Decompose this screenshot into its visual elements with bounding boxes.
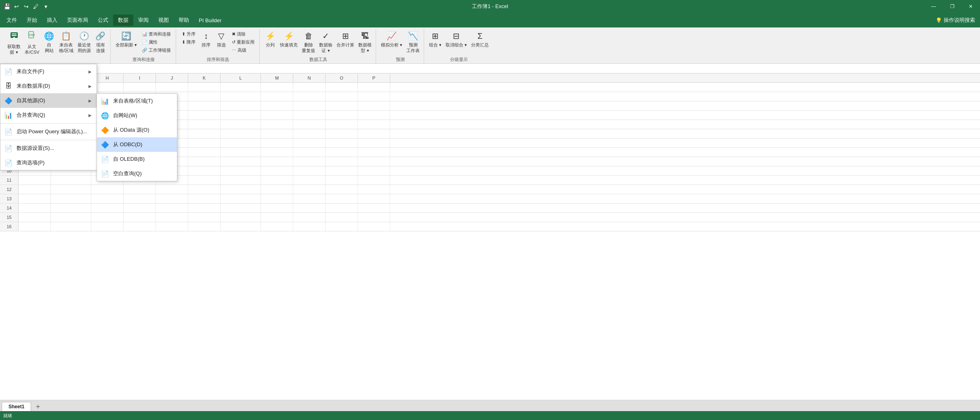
from-web-button[interactable]: 🌐 自 网站 xyxy=(42,30,57,56)
cell[interactable] xyxy=(358,101,390,110)
sort-az-button[interactable]: ⬆ 升序 xyxy=(179,30,198,38)
col-header-o[interactable]: O xyxy=(326,74,358,82)
cell[interactable] xyxy=(326,92,358,101)
recent-source-button[interactable]: 🕐 最近使 用的源 xyxy=(76,30,93,56)
cell[interactable] xyxy=(358,111,390,120)
menu-pi-builder[interactable]: PI Builder xyxy=(194,15,226,26)
cell[interactable] xyxy=(326,157,358,166)
menu-merge-query[interactable]: 📊 合并查询(Q) ▶ xyxy=(0,108,97,122)
cell[interactable] xyxy=(293,204,326,212)
cell[interactable] xyxy=(358,185,390,194)
menu-page-layout[interactable]: 页面布局 xyxy=(62,15,93,26)
save-icon[interactable]: 💾 xyxy=(3,3,11,10)
cell[interactable] xyxy=(261,139,293,147)
cell[interactable] xyxy=(358,194,390,203)
cell[interactable] xyxy=(51,222,91,231)
submenu-from-web[interactable]: 🌐 自网站(W) xyxy=(97,108,177,123)
cell[interactable] xyxy=(124,204,156,212)
cell[interactable] xyxy=(124,222,156,231)
submenu-blank-query[interactable]: 📄 空白查询(Q) xyxy=(97,166,177,181)
cell[interactable] xyxy=(221,222,261,231)
sort-za-button[interactable]: ⬇ 降序 xyxy=(179,38,198,46)
cell[interactable] xyxy=(261,120,293,129)
cell[interactable] xyxy=(188,83,221,92)
cell[interactable] xyxy=(188,120,221,129)
flash-fill-button[interactable]: ⚡ 快速填充 xyxy=(278,30,299,56)
cell[interactable] xyxy=(326,139,358,147)
query-connections-button[interactable]: 📊 查询和连接 xyxy=(139,30,173,38)
row-header[interactable]: 12 xyxy=(0,185,19,194)
cell[interactable] xyxy=(358,213,390,222)
cell[interactable] xyxy=(326,185,358,194)
cell[interactable] xyxy=(19,176,51,185)
col-header-n[interactable]: N xyxy=(293,74,326,82)
cell[interactable] xyxy=(261,148,293,157)
cell[interactable] xyxy=(188,92,221,101)
cell[interactable] xyxy=(261,213,293,222)
cell[interactable] xyxy=(358,129,390,138)
cell[interactable] xyxy=(221,111,261,120)
menu-file[interactable]: 文件 xyxy=(2,15,22,26)
cell[interactable] xyxy=(19,213,51,222)
cell[interactable] xyxy=(358,157,390,166)
edit-links-button[interactable]: 🔗 工作簿链接 xyxy=(139,46,173,54)
cell[interactable] xyxy=(221,83,261,92)
filter-button[interactable]: ▽ 筛选 xyxy=(214,30,229,56)
cell[interactable] xyxy=(51,194,91,203)
cell[interactable] xyxy=(261,129,293,138)
cell[interactable] xyxy=(188,157,221,166)
cell[interactable] xyxy=(326,148,358,157)
cell[interactable] xyxy=(91,194,124,203)
from-text-csv-button[interactable]: CSV 从文 本/CSV xyxy=(23,30,41,56)
row-header[interactable]: 15 xyxy=(0,213,19,222)
col-header-p[interactable]: P xyxy=(358,74,390,82)
menu-view[interactable]: 视图 xyxy=(154,15,174,26)
cell[interactable] xyxy=(326,213,358,222)
cell[interactable] xyxy=(51,213,91,222)
cell[interactable] xyxy=(261,101,293,110)
cell[interactable] xyxy=(293,213,326,222)
get-data-button[interactable]: 获取数 据 ▾ xyxy=(6,30,22,56)
cell[interactable] xyxy=(326,111,358,120)
cell[interactable] xyxy=(221,213,261,222)
cell[interactable] xyxy=(124,213,156,222)
text-to-columns-button[interactable]: ⚡ 分列 xyxy=(263,30,278,56)
data-model-button[interactable]: 🏗 数据模 型 ▾ xyxy=(357,30,373,56)
cell[interactable] xyxy=(188,194,221,203)
cell[interactable] xyxy=(293,101,326,110)
cell[interactable] xyxy=(221,120,261,129)
cell[interactable] xyxy=(188,166,221,175)
cell[interactable] xyxy=(124,83,156,92)
cell[interactable] xyxy=(221,204,261,212)
more-icon[interactable]: ▾ xyxy=(42,3,49,10)
col-header-j[interactable]: J xyxy=(156,74,188,82)
cell[interactable] xyxy=(326,222,358,231)
sub-menu-other-sources[interactable]: 📊 来自表格/区域(T) 🌐 自网站(W) 🔶 从 OData 源(O) 🔷 从… xyxy=(97,93,177,181)
cell[interactable] xyxy=(221,148,261,157)
cell[interactable] xyxy=(51,185,91,194)
cell[interactable] xyxy=(293,185,326,194)
menu-from-other[interactable]: 🔷 自其他源(O) ▶ 📊 来自表格/区域(T) 🌐 自网站(W) 🔶 从 OD… xyxy=(0,93,97,108)
col-header-i[interactable]: I xyxy=(124,74,156,82)
cell[interactable] xyxy=(358,120,390,129)
cell[interactable] xyxy=(188,139,221,147)
col-header-l[interactable]: L xyxy=(221,74,261,82)
menu-data-source[interactable]: 📄 数据源设置(S)... xyxy=(0,141,97,155)
menu-home[interactable]: 开始 xyxy=(22,15,42,26)
cell[interactable] xyxy=(19,185,51,194)
cell[interactable] xyxy=(358,148,390,157)
cell[interactable] xyxy=(91,185,124,194)
menu-query-options[interactable]: 📄 查询选项(P) xyxy=(0,155,97,170)
cell[interactable] xyxy=(188,222,221,231)
cell[interactable] xyxy=(326,101,358,110)
cell[interactable] xyxy=(221,139,261,147)
cell[interactable] xyxy=(188,213,221,222)
redo-icon[interactable]: ↪ xyxy=(23,3,30,10)
submenu-from-table[interactable]: 📊 来自表格/区域(T) xyxy=(97,94,177,108)
validate-button[interactable]: ✓ 数据验 证 ▾ xyxy=(318,30,334,56)
cell[interactable] xyxy=(293,176,326,185)
cell[interactable] xyxy=(188,148,221,157)
cell[interactable] xyxy=(19,222,51,231)
cell[interactable] xyxy=(293,222,326,231)
menu-review[interactable]: 审阅 xyxy=(133,15,154,26)
